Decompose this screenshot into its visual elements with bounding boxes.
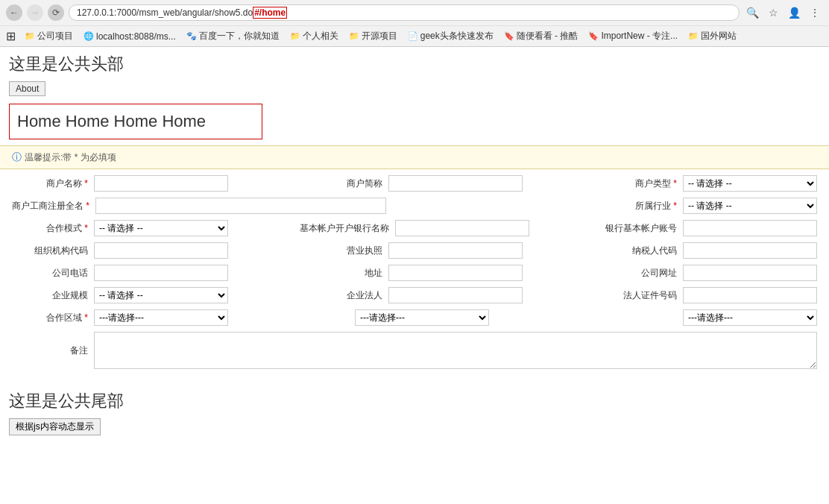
legal-cert-label: 法人证件号码: [601, 287, 683, 303]
bookmark-button[interactable]: ☆: [765, 4, 781, 21]
bookmark-geek[interactable]: 📄geek头条快速发布: [403, 28, 498, 44]
info-icon: ⓘ: [12, 151, 22, 164]
form-group-coop-region-3: ---请选择---: [549, 309, 817, 326]
merchant-abbr-input[interactable]: [388, 175, 523, 192]
form-container: 商户名称 * 商户简称 商户类型 * -- 请选择 -- 商户工: [0, 169, 829, 384]
bank-name-label: 基本帐户开户银行名称: [300, 220, 395, 236]
page-content: 这里是公共头部 About Home Home Home Home ⓘ 温馨提示…: [0, 47, 829, 441]
web-icon: 🌐: [83, 31, 94, 41]
form-group-phone: 公司电话: [12, 265, 280, 281]
search-button[interactable]: 🔍: [744, 4, 760, 21]
coop-region-select-2[interactable]: ---请选择---: [355, 309, 489, 326]
bookmark-importnew[interactable]: 🔖ImportNew - 专注...: [584, 28, 682, 44]
form-group-remark: 备注: [12, 332, 817, 369]
bookmark-tuiku[interactable]: 🔖随便看看 - 推酷: [499, 28, 583, 44]
form-group-merchant-name: 商户名称 *: [12, 175, 280, 192]
page-header: 这里是公共头部: [0, 47, 829, 81]
menu-button[interactable]: ⋮: [807, 4, 823, 21]
bookmark-localhost[interactable]: 🌐localhost:8088/ms...: [79, 30, 180, 43]
form-group-coop-region: 合作区域 * ---请选择---: [12, 309, 280, 326]
back-button[interactable]: ←: [6, 4, 22, 21]
phone-label: 公司电话: [12, 265, 94, 281]
url-anchor: #/home: [253, 7, 287, 19]
reload-button[interactable]: ⟳: [48, 4, 64, 21]
coop-region-select-1[interactable]: ---请选择---: [94, 309, 228, 326]
org-code-label: 组织机构代码: [12, 242, 94, 259]
form-group-coop-mode: 合作模式 * -- 请选择 --: [12, 220, 280, 236]
phone-input[interactable]: [94, 265, 228, 281]
forward-button[interactable]: →: [27, 4, 43, 21]
about-section: About: [0, 81, 829, 101]
footer-text: 这里是公共尾部: [9, 391, 124, 410]
form-group-merchant-type: 商户类型 * -- 请选择 --: [549, 175, 817, 192]
form-group-legal: 企业法人: [280, 287, 549, 303]
form-row-2: 商户工商注册全名 * 所属行业 * -- 请选择 --: [12, 198, 817, 214]
coop-region-select-3[interactable]: ---请选择---: [683, 309, 817, 326]
form-group-merchant-abbr: 商户简称: [280, 175, 549, 192]
scale-select[interactable]: -- 请选择 --: [94, 287, 228, 303]
tax-code-label: 纳税人代码: [601, 242, 683, 259]
form-row-3: 合作模式 * -- 请选择 -- 基本帐户开户银行名称 银行基本帐户账号: [12, 220, 817, 236]
form-group-legal-cert: 法人证件号码: [549, 287, 817, 303]
bookmark-icon: 🔖: [504, 31, 514, 41]
bookmark-foreign[interactable]: 📁国外网站: [684, 28, 741, 44]
about-button[interactable]: About: [9, 81, 45, 96]
url-base: 127.0.0.1:7000/msm_web/angular/show5.do: [77, 7, 253, 18]
folder-icon: 📁: [25, 31, 35, 41]
form-group-org-code: 组织机构代码: [12, 242, 280, 259]
remark-textarea[interactable]: [94, 332, 817, 369]
biz-license-input[interactable]: [388, 242, 523, 259]
folder-icon-4: 📁: [688, 31, 699, 41]
form-row-7: 合作区域 * ---请选择--- ---请选择--- ---请选择---: [12, 309, 817, 326]
browser-toolbar: ← → ⟳ 127.0.0.1:7000/msm_web/angular/sho…: [0, 0, 829, 25]
form-group-address: 地址: [280, 265, 549, 281]
form-group-coop-region-2: ---请选择---: [280, 309, 549, 326]
bookmark-baidu[interactable]: 🐾百度一下，你就知道: [182, 28, 284, 44]
form-row-4: 组织机构代码 营业执照 纳税人代码: [12, 242, 817, 259]
form-group-biz-license: 营业执照: [280, 242, 549, 259]
home-section: Home Home Home Home: [9, 104, 262, 139]
form-group-tax-code: 纳税人代码: [549, 242, 817, 259]
dynamic-button[interactable]: 根据js内容动态显示: [9, 418, 101, 435]
address-bar[interactable]: 127.0.0.1:7000/msm_web/angular/show5.do#…: [69, 4, 740, 21]
bank-account-input[interactable]: [683, 220, 817, 236]
site-input[interactable]: [683, 265, 817, 281]
bank-name-input[interactable]: [395, 220, 529, 236]
biz-license-label: 营业执照: [306, 242, 388, 259]
form-row-5: 公司电话 地址 公司网址: [12, 265, 817, 281]
legal-input[interactable]: [388, 287, 523, 303]
header-text: 这里是公共头部: [9, 54, 124, 73]
bookmark-company[interactable]: 📁公司项目: [20, 28, 78, 44]
reg-name-label: 商户工商注册全名 *: [12, 198, 95, 214]
remark-label: 备注: [12, 342, 94, 359]
form-row-8: 备注: [12, 332, 817, 369]
form-group-bank-name: 基本帐户开户银行名称: [280, 220, 549, 236]
merchant-abbr-label: 商户简称: [306, 175, 388, 192]
org-code-input[interactable]: [94, 242, 228, 259]
address-input[interactable]: [388, 265, 523, 281]
coop-region-label: 合作区域 *: [12, 309, 94, 326]
bookmark-personal[interactable]: 📁个人相关: [286, 28, 343, 44]
coop-mode-select[interactable]: -- 请选择 --: [94, 220, 228, 236]
form-group-scale: 企业规模 -- 请选择 --: [12, 287, 280, 303]
industry-select[interactable]: -- 请选择 --: [683, 198, 817, 214]
warm-tip: ⓘ 温馨提示:带 * 为必填项: [0, 145, 829, 169]
industry-label: 所属行业 *: [601, 198, 683, 214]
address-text: 127.0.0.1:7000/msm_web/angular/show5.do#…: [77, 7, 287, 18]
merchant-type-select[interactable]: -- 请选择 --: [683, 175, 817, 192]
bookmark-opensource[interactable]: 📁开源项目: [344, 28, 402, 44]
merchant-name-label: 商户名称 *: [12, 175, 94, 192]
merchant-name-input[interactable]: [94, 175, 228, 192]
form-group-bank-account: 银行基本帐户账号: [549, 220, 817, 236]
reg-name-input[interactable]: [95, 198, 386, 214]
legal-cert-input[interactable]: [683, 287, 817, 303]
page-footer: 这里是公共尾部: [0, 384, 829, 418]
profile-button[interactable]: 👤: [786, 4, 802, 21]
form-group-reg-name: 商户工商注册全名 *: [12, 198, 414, 214]
form-row-6: 企业规模 -- 请选择 -- 企业法人 法人证件号码: [12, 287, 817, 303]
apps-button[interactable]: ⊞: [6, 29, 16, 43]
site-label: 公司网址: [601, 265, 683, 281]
baidu-icon: 🐾: [186, 31, 197, 41]
tax-code-input[interactable]: [683, 242, 817, 259]
form-group-site: 公司网址: [549, 265, 817, 281]
